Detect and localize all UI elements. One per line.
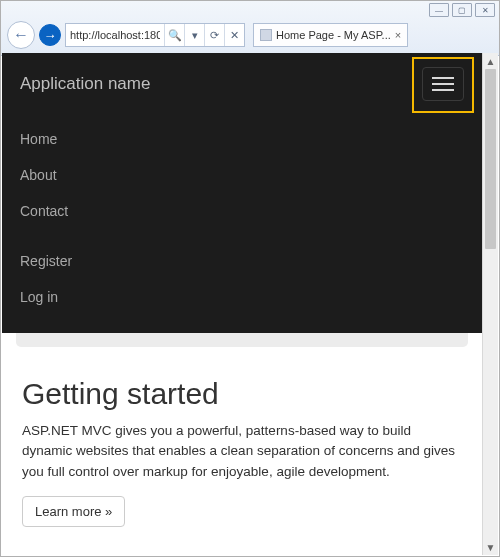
forward-button[interactable]: → xyxy=(39,24,61,46)
hamburger-bar-icon xyxy=(432,89,454,91)
tab-close-icon[interactable]: × xyxy=(395,29,401,41)
scroll-up-icon[interactable]: ▲ xyxy=(483,53,498,69)
nav-item-contact[interactable]: Contact xyxy=(20,193,464,229)
nav-item-login[interactable]: Log in xyxy=(20,279,464,315)
nav-item-home[interactable]: Home xyxy=(20,121,464,157)
brand-link[interactable]: Application name xyxy=(20,74,150,94)
close-window-button[interactable]: ✕ xyxy=(475,3,495,17)
nav-list: Home About Contact xyxy=(20,121,464,229)
page-content: Application name Home About Contact Regi… xyxy=(2,53,482,555)
auth-list: Register Log in xyxy=(20,243,464,315)
viewport: Application name Home About Contact Regi… xyxy=(2,53,498,555)
scroll-thumb[interactable] xyxy=(485,69,496,249)
url-input[interactable] xyxy=(66,24,164,46)
tab-strip: Home Page - My ASP... × xyxy=(253,23,408,47)
vertical-scrollbar[interactable]: ▲ ▼ xyxy=(482,53,498,555)
window-controls: — ▢ ✕ xyxy=(1,1,499,17)
scroll-down-icon[interactable]: ▼ xyxy=(483,539,498,555)
maximize-button[interactable]: ▢ xyxy=(452,3,472,17)
jumbotron-bottom xyxy=(16,333,468,347)
browser-tab[interactable]: Home Page - My ASP... × xyxy=(253,23,408,47)
dropdown-icon[interactable]: ▾ xyxy=(184,24,204,46)
hamburger-button[interactable] xyxy=(422,67,464,101)
back-button[interactable]: ← xyxy=(7,21,35,49)
hamburger-wrap xyxy=(422,67,464,101)
learn-more-button[interactable]: Learn more » xyxy=(22,496,125,527)
navbar-header: Application name xyxy=(20,67,464,101)
content-section: Getting started ASP.NET MVC gives you a … xyxy=(2,347,482,527)
nav-divider xyxy=(20,229,464,243)
hamburger-bar-icon xyxy=(432,77,454,79)
browser-chrome: — ▢ ✕ ← → 🔍 ▾ ⟳ ✕ Home Page - My ASP... … xyxy=(1,1,499,56)
search-icon[interactable]: 🔍 xyxy=(164,24,184,46)
section-paragraph: ASP.NET MVC gives you a powerful, patter… xyxy=(22,421,462,482)
nav-item-register[interactable]: Register xyxy=(20,243,464,279)
section-heading: Getting started xyxy=(22,377,462,411)
minimize-button[interactable]: — xyxy=(429,3,449,17)
stop-icon[interactable]: ✕ xyxy=(224,24,244,46)
hamburger-bar-icon xyxy=(432,83,454,85)
favicon-icon xyxy=(260,29,272,41)
browser-toolbar: ← → 🔍 ▾ ⟳ ✕ Home Page - My ASP... × xyxy=(1,17,499,55)
nav-item-about[interactable]: About xyxy=(20,157,464,193)
tab-title: Home Page - My ASP... xyxy=(276,29,391,41)
navbar: Application name Home About Contact Regi… xyxy=(2,53,482,333)
refresh-icon[interactable]: ⟳ xyxy=(204,24,224,46)
address-bar: 🔍 ▾ ⟳ ✕ xyxy=(65,23,245,47)
